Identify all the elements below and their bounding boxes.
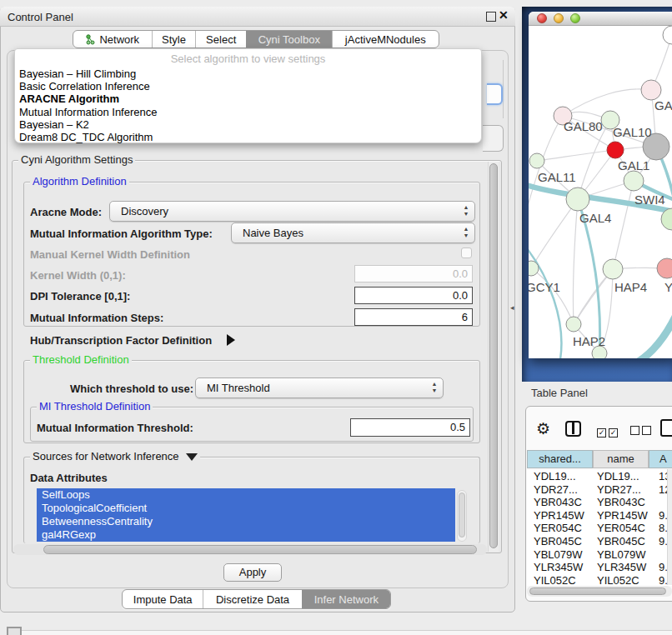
window-minimize-traffic-light[interactable] bbox=[554, 13, 564, 23]
network-window-titlebar[interactable] bbox=[529, 12, 672, 26]
column-header-name[interactable]: name bbox=[593, 450, 649, 468]
algorithm-definition-title: Algorithm Definition bbox=[30, 176, 129, 188]
aracne-mode-select[interactable]: Discovery ▲▼ bbox=[109, 201, 475, 222]
cell-name: YBL079W bbox=[593, 548, 649, 562]
attributes-scrollbar-thumb[interactable] bbox=[459, 492, 465, 538]
float-window-icon[interactable] bbox=[486, 12, 496, 22]
dropdown-item[interactable]: Mutual Information Inference bbox=[19, 106, 477, 118]
table-row[interactable]: YPR145W YPR145W 9. bbox=[527, 509, 672, 522]
tab-discretize-data[interactable]: Discretize Data bbox=[203, 590, 301, 608]
manual-kernel-checkbox[interactable] bbox=[461, 248, 472, 258]
dock-panel-icon[interactable] bbox=[7, 627, 22, 635]
checkbox-unchecked-icon bbox=[642, 426, 651, 435]
mi-threshold-group-title: MI Threshold Definition bbox=[37, 401, 153, 412]
network-node-gal11[interactable] bbox=[529, 153, 544, 168]
dropdown-item[interactable]: Bayesian – Hill Climbing bbox=[19, 68, 477, 80]
tab-jactivemnodules[interactable]: jActiveMNodules bbox=[332, 31, 439, 48]
attribute-item-selected[interactable]: BetweennessCentrality bbox=[37, 515, 455, 528]
background-groupbox-edge bbox=[503, 60, 504, 118]
cell-shared-name: YPR145W bbox=[527, 509, 593, 522]
sources-group-title: Sources for Network Inference bbox=[30, 451, 200, 462]
table-horizontal-scrollbar-thumb[interactable] bbox=[529, 588, 666, 595]
attributes-scrollbar[interactable] bbox=[457, 490, 467, 542]
background-combo-sliver bbox=[487, 83, 503, 105]
dropdown-item[interactable]: Basic Correlation Inference bbox=[19, 80, 477, 92]
network-canvas[interactable]: GAL80 GAL10 GAL1 GAL11 SWI4 GAL4 GCY1 HA… bbox=[529, 26, 672, 358]
table-vertical-scrollbar[interactable] bbox=[667, 469, 672, 585]
tab-style[interactable]: Style bbox=[152, 31, 196, 48]
table-row[interactable]: YER054C YER054C 8. bbox=[527, 522, 672, 535]
tab-cyni-toolbox[interactable]: Cyni Toolbox bbox=[246, 31, 332, 48]
settings-vertical-scrollbar-thumb[interactable] bbox=[489, 163, 498, 548]
mi-threshold-field[interactable]: 0.5 bbox=[350, 418, 470, 437]
gear-icon[interactable]: ⚙ bbox=[536, 419, 550, 438]
table-row[interactable]: YBR045C YBR045C 9. bbox=[527, 535, 672, 548]
table-row[interactable]: YDR27... YDR27... 12 bbox=[527, 483, 672, 497]
table-row[interactable]: YBL079W YBL079W bbox=[527, 548, 672, 562]
panel-divider-collapse-icon[interactable]: ◂ bbox=[510, 303, 514, 312]
network-node[interactable] bbox=[663, 26, 672, 44]
network-node-red[interactable] bbox=[607, 142, 624, 158]
tab-discretize-data-label: Discretize Data bbox=[216, 593, 289, 606]
cell-name: YLR345W bbox=[593, 561, 649, 574]
app-root: Control Panel ✕ Network Style Select Cyn… bbox=[0, 0, 672, 635]
window-zoom-traffic-light[interactable] bbox=[570, 13, 580, 23]
table-row[interactable]: YBR043C YBR043C bbox=[527, 496, 672, 509]
mi-type-select[interactable]: Naive Bayes ▲▼ bbox=[231, 222, 475, 243]
dropdown-item[interactable]: Dream8 DC_TDC Algorithm bbox=[19, 131, 477, 143]
tab-impute-data[interactable]: Impute Data bbox=[123, 590, 203, 608]
dropdown-item-selected[interactable]: ARACNE Algorithm bbox=[19, 92, 477, 105]
node-label: GAL80 bbox=[564, 119, 603, 133]
tab-network[interactable]: Network bbox=[73, 31, 152, 48]
network-node-hap4[interactable] bbox=[603, 259, 623, 279]
table-row[interactable]: YIL052C YIL052C 9. bbox=[527, 574, 672, 586]
dropdown-item[interactable]: Bayesian – K2 bbox=[19, 118, 477, 131]
algorithm-dropdown-placeholder: Select algorithm to view settings bbox=[15, 52, 481, 65]
which-threshold-select[interactable]: MI Threshold ▲▼ bbox=[195, 378, 444, 398]
collapse-arrow-icon[interactable] bbox=[186, 453, 198, 461]
columns-icon[interactable] bbox=[565, 421, 581, 437]
settings-horizontal-scrollbar-thumb[interactable] bbox=[43, 545, 477, 554]
attribute-item-selected[interactable]: TopologicalCoefficient bbox=[37, 502, 455, 515]
hub-definition-label: Hub/Transcription Factor Definition bbox=[30, 334, 212, 347]
threshold-definition-title: Threshold Definition bbox=[30, 354, 132, 366]
node-label: GCY1 bbox=[529, 280, 560, 294]
tab-network-label: Network bbox=[99, 33, 139, 46]
node-label: SWI4 bbox=[634, 192, 665, 207]
tab-jactivemnodules-label: jActiveMNodules bbox=[345, 33, 426, 46]
checked-columns-icon[interactable]: ✓✓ bbox=[597, 425, 620, 438]
column-header-shared-name[interactable]: shared... bbox=[527, 450, 593, 468]
tab-select[interactable]: Select bbox=[195, 31, 246, 48]
window-close-traffic-light[interactable] bbox=[537, 13, 547, 23]
table-horizontal-scrollbar[interactable] bbox=[527, 586, 672, 597]
settings-horizontal-scrollbar[interactable] bbox=[13, 544, 487, 555]
network-node[interactable] bbox=[641, 80, 661, 100]
kernel-width-field[interactable]: 0.0 bbox=[354, 265, 473, 282]
dpi-tolerance-field[interactable]: 0.0 bbox=[354, 287, 473, 304]
mi-steps-field[interactable]: 6 bbox=[354, 308, 473, 326]
settings-vertical-scrollbar[interactable] bbox=[488, 162, 499, 552]
network-node-hap2[interactable] bbox=[566, 317, 581, 332]
node-label: HAP4 bbox=[614, 280, 647, 294]
close-icon[interactable]: ✕ bbox=[499, 9, 509, 21]
node-label: HAP2 bbox=[573, 334, 605, 348]
network-node-gal4[interactable] bbox=[566, 188, 589, 211]
network-node-gal1[interactable] bbox=[624, 171, 644, 191]
network-node-salmon[interactable] bbox=[657, 258, 672, 278]
attribute-item-selected[interactable]: gal4RGexp bbox=[37, 528, 455, 542]
background-box-sliver bbox=[483, 125, 504, 152]
tab-infer-network[interactable]: Infer Network bbox=[302, 590, 390, 608]
table-row[interactable]: YLR345W YLR345W 9. bbox=[527, 561, 672, 574]
apply-button[interactable]: Apply bbox=[223, 563, 282, 582]
new-column-icon[interactable] bbox=[660, 419, 672, 437]
expand-arrow-icon[interactable] bbox=[227, 334, 235, 346]
column-header-partial[interactable]: A bbox=[649, 450, 672, 468]
cell-name: YDL19... bbox=[593, 470, 649, 483]
table-row[interactable]: YDL19... YDL19... 13 bbox=[527, 470, 672, 483]
cell-shared-name: YDL19... bbox=[527, 470, 593, 483]
unchecked-columns-icon[interactable] bbox=[630, 425, 654, 438]
cyni-settings-group-title: Cyni Algorithm Settings bbox=[18, 154, 135, 166]
data-attributes-label: Data Attributes bbox=[30, 472, 108, 484]
control-panel-tabbar: Network Style Select Cyni Toolbox jActiv… bbox=[73, 30, 439, 48]
attribute-item-selected[interactable]: SelfLoops bbox=[37, 488, 455, 502]
